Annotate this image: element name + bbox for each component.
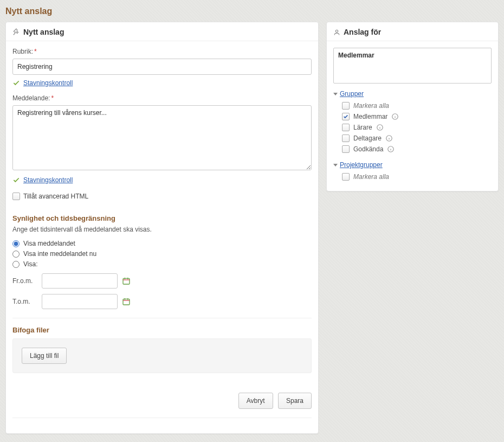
pin-icon <box>12 28 20 36</box>
person-icon <box>333 29 340 36</box>
svg-rect-1 <box>123 299 130 305</box>
audience-panel: Anslag för Medlemmar Grupper Markera all… <box>326 22 499 191</box>
select-all-label: Markera alla <box>353 173 389 181</box>
rubrik-label: Rubrik:* <box>12 48 312 55</box>
participants-label: Deltagare <box>353 134 382 142</box>
spellcheck-link[interactable]: Stavningskontroll <box>23 79 73 87</box>
select-all-projectgroups-checkbox[interactable] <box>342 173 350 181</box>
members-checkbox[interactable] <box>342 113 350 120</box>
chevron-down-icon[interactable] <box>333 164 338 166</box>
meddelande-label: Meddelande:* <box>12 94 312 102</box>
teachers-checkbox[interactable] <box>342 124 350 131</box>
spellcheck-icon <box>12 176 20 184</box>
to-date-label: T.o.m. <box>12 298 37 305</box>
from-date-label: Fr.o.m. <box>12 277 37 285</box>
to-date-input[interactable] <box>42 294 118 309</box>
audience-heading: Anslag för <box>344 28 381 36</box>
page-title: Nytt anslag <box>5 0 499 22</box>
allow-html-label: Tillåt avancerad HTML <box>23 193 88 200</box>
attach-box: Lägg till fil <box>12 338 312 373</box>
save-button[interactable]: Spara <box>278 393 312 409</box>
visibility-heading: Synlighet och tidsbegränsning <box>12 214 312 222</box>
radio-hide-label: Visa inte meddelandet nu <box>23 250 96 258</box>
calendar-icon[interactable] <box>122 277 131 285</box>
spellcheck-link[interactable]: Stavningskontroll <box>23 176 73 184</box>
new-post-panel: Nytt anslag Rubrik:* Stavningskontroll M… <box>5 22 319 434</box>
members-label: Medlemmar <box>353 113 387 120</box>
info-icon[interactable] <box>391 113 399 120</box>
visibility-help: Ange det tidsintervall då meddelandet sk… <box>12 226 312 233</box>
selected-audience-item[interactable]: Medlemmar <box>338 52 487 59</box>
project-groups-link[interactable]: Projektgrupper <box>340 161 383 169</box>
radio-show[interactable] <box>12 240 20 247</box>
rubrik-input[interactable] <box>12 59 312 75</box>
from-date-input[interactable] <box>42 273 118 289</box>
radio-hide[interactable] <box>12 251 20 258</box>
allow-html-checkbox[interactable] <box>12 193 20 200</box>
participants-checkbox[interactable] <box>342 134 350 142</box>
teachers-label: Lärare <box>353 124 372 131</box>
radio-show-label: Visa meddelandet <box>23 240 75 247</box>
chevron-down-icon[interactable] <box>333 93 338 95</box>
svg-rect-0 <box>123 278 130 284</box>
info-icon[interactable] <box>385 134 393 142</box>
calendar-icon[interactable] <box>122 297 131 306</box>
approved-checkbox[interactable] <box>342 145 350 153</box>
radio-range-label: Visa: <box>23 260 37 268</box>
cancel-button[interactable]: Avbryt <box>238 393 273 409</box>
attach-heading: Bifoga filer <box>12 326 312 334</box>
info-icon[interactable] <box>387 145 395 153</box>
svg-point-2 <box>335 30 338 32</box>
select-all-label: Markera alla <box>353 102 389 110</box>
select-all-groups-checkbox[interactable] <box>342 102 350 110</box>
selected-audience-list[interactable]: Medlemmar <box>333 48 492 84</box>
info-icon[interactable] <box>376 124 384 131</box>
groups-link[interactable]: Grupper <box>340 90 364 98</box>
meddelande-textarea[interactable]: Registrering till vårens kurser... <box>12 105 312 170</box>
spellcheck-icon <box>12 79 20 87</box>
add-file-button[interactable]: Lägg till fil <box>22 348 67 364</box>
panel-heading: Nytt anslag <box>23 28 64 36</box>
radio-range[interactable] <box>12 261 20 268</box>
approved-label: Godkända <box>353 145 383 153</box>
